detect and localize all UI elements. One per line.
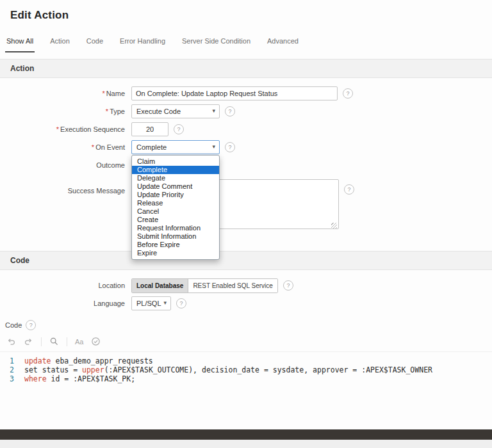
code-editor-label: Code xyxy=(5,321,22,329)
on-event-option[interactable]: Delegate xyxy=(132,174,219,182)
on-event-option[interactable]: Claim xyxy=(132,157,219,166)
code-section-header: Code xyxy=(0,251,492,270)
dialog-header: Edit Action xyxy=(0,0,492,22)
required-marker: * xyxy=(92,143,94,151)
code-line[interactable]: 1update eba_demo_appr_requests xyxy=(0,356,492,365)
tab-action[interactable]: Action xyxy=(49,33,71,52)
location-option-local-database[interactable]: Local Database xyxy=(132,279,188,292)
case-icon: Aa xyxy=(75,338,83,346)
edit-action-dialog: Edit Action Show All Action Code Error H… xyxy=(0,0,492,448)
redo-button[interactable] xyxy=(24,337,33,346)
tab-server-side-condition[interactable]: Server Side Condition xyxy=(181,33,252,52)
language-help-icon[interactable]: ? xyxy=(176,298,186,308)
on-event-select[interactable]: Complete ▾ xyxy=(131,140,220,154)
language-label: Language xyxy=(0,300,125,307)
tab-bar: Show All Action Code Error Handling Serv… xyxy=(0,33,492,52)
name-field-row: *Name ? xyxy=(0,86,492,101)
tab-show-all[interactable]: Show All xyxy=(5,33,35,52)
code-editor-toolbar: Aa xyxy=(0,330,492,352)
redo-icon xyxy=(24,337,33,346)
on-event-option[interactable]: Request Information xyxy=(132,224,219,232)
search-icon xyxy=(49,337,59,346)
on-event-option[interactable]: Create xyxy=(132,216,219,224)
on-event-option[interactable]: Submit Information xyxy=(132,232,219,241)
on-event-help-icon[interactable]: ? xyxy=(225,142,235,152)
code-line[interactable]: 3where id = :APEX$TASK_PK; xyxy=(0,374,492,383)
page-background-strip xyxy=(0,440,492,448)
success-message-help-icon[interactable]: ? xyxy=(344,184,354,195)
on-event-select-value: Complete xyxy=(136,143,167,151)
name-label: *Name xyxy=(0,90,125,97)
execution-sequence-input[interactable] xyxy=(131,122,168,136)
undo-icon xyxy=(6,337,16,346)
location-help-icon[interactable]: ? xyxy=(283,280,293,291)
chevron-down-icon: ▾ xyxy=(212,143,215,150)
code-line[interactable]: 2set status = upper(:APEX$TASK_OUTCOME),… xyxy=(0,365,492,374)
type-select-value: Execute Code xyxy=(136,108,181,115)
code-section-body: Location Local Database REST Enabled SQL… xyxy=(0,278,492,383)
type-field-row: *Type Execute Code ▾ ? xyxy=(0,104,492,119)
location-toggle-group: Local Database REST Enabled SQL Service xyxy=(131,278,278,293)
on-event-option[interactable]: Before Expire xyxy=(132,241,219,249)
on-event-dropdown: Claim Complete Delegate Update Comment U… xyxy=(131,155,220,260)
type-label: *Type xyxy=(0,108,125,115)
tab-advanced[interactable]: Advanced xyxy=(266,33,300,52)
toolbar-divider xyxy=(41,337,42,346)
action-section-body: *Name ? *Type Execute Code ▾ ? *Executio… xyxy=(0,86,492,244)
case-button[interactable]: Aa xyxy=(75,338,83,346)
validate-icon xyxy=(91,337,101,346)
name-help-icon[interactable]: ? xyxy=(343,88,353,99)
location-field-row: Location Local Database REST Enabled SQL… xyxy=(0,278,492,293)
code-editor-help-icon[interactable]: ? xyxy=(26,320,36,330)
required-marker: * xyxy=(102,90,104,97)
validate-button[interactable] xyxy=(91,337,101,346)
execution-sequence-field-row: *Execution Sequence ? xyxy=(0,122,492,137)
outcome-label: Outcome xyxy=(0,161,125,169)
chevron-down-icon: ▾ xyxy=(212,108,215,114)
language-field-row: Language PL/SQL ▾ ? xyxy=(0,296,492,311)
on-event-option[interactable]: Cancel xyxy=(132,207,219,216)
code-editor-label-row: Code ? xyxy=(0,314,492,330)
on-event-label: *On Event xyxy=(0,143,125,151)
tab-code[interactable]: Code xyxy=(85,33,104,52)
execution-sequence-label: *Execution Sequence xyxy=(0,125,125,133)
line-number: 3 xyxy=(0,374,24,383)
execution-sequence-help-icon[interactable]: ? xyxy=(174,124,184,134)
type-select[interactable]: Execute Code ▾ xyxy=(131,104,220,118)
outcome-field-row: Outcome xyxy=(0,157,492,173)
dialog-footer-bar xyxy=(0,429,492,440)
toolbar-divider xyxy=(67,337,67,346)
on-event-option[interactable]: Expire xyxy=(132,249,219,257)
chevron-down-icon: ▾ xyxy=(163,300,167,306)
on-event-option[interactable]: Update Priority xyxy=(132,191,219,199)
tab-error-handling[interactable]: Error Handling xyxy=(119,33,167,52)
required-marker: * xyxy=(56,125,59,133)
action-section-header: Action xyxy=(0,59,492,78)
location-option-rest-enabled-sql-service[interactable]: REST Enabled SQL Service xyxy=(188,279,277,292)
location-label: Location xyxy=(0,282,125,289)
line-number: 2 xyxy=(0,365,24,374)
page-title: Edit Action xyxy=(10,9,482,22)
success-message-field-row: Success Message ? xyxy=(0,179,492,232)
on-event-option[interactable]: Release xyxy=(132,199,219,207)
line-number: 1 xyxy=(0,356,24,365)
name-input[interactable] xyxy=(131,86,338,100)
code-editor-area[interactable]: 1update eba_demo_appr_requests2set statu… xyxy=(0,352,492,383)
success-message-label: Success Message xyxy=(0,179,125,195)
required-marker: * xyxy=(106,108,108,115)
language-select[interactable]: PL/SQL ▾ xyxy=(131,296,171,310)
search-button[interactable] xyxy=(49,337,59,346)
on-event-option[interactable]: Update Comment xyxy=(132,182,219,191)
type-help-icon[interactable]: ? xyxy=(225,106,235,116)
undo-button[interactable] xyxy=(6,337,16,346)
on-event-field-row: *On Event Complete ▾ Claim Complete Dele… xyxy=(0,140,492,155)
on-event-option[interactable]: Complete xyxy=(132,166,219,174)
language-select-value: PL/SQL xyxy=(136,300,161,307)
